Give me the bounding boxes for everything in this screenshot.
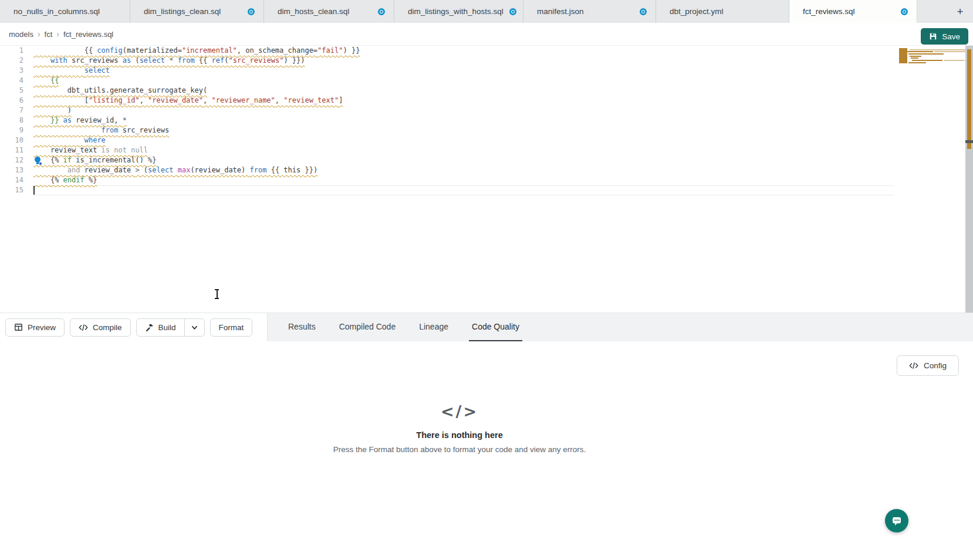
breadcrumb-separator: › [56, 29, 59, 39]
code-content[interactable]: {{ config(materialized="incremental", on… [33, 46, 360, 195]
code-line[interactable]: ) [33, 106, 360, 116]
code-line[interactable]: from src_reviews [33, 125, 360, 135]
empty-state-subtitle: Press the Format button above to format … [333, 445, 586, 454]
new-tab-button[interactable]: + [947, 0, 973, 23]
breadcrumb-item[interactable]: models [9, 30, 33, 39]
modified-indicator-icon [509, 8, 516, 15]
line-number: 12 [0, 155, 23, 165]
line-number: 13 [0, 165, 23, 175]
code-line[interactable]: with src_reviews as (select * from {{ re… [33, 56, 360, 66]
code-line[interactable]: {{ config(materialized="incremental", on… [33, 46, 360, 56]
minimap[interactable] [894, 48, 965, 66]
code-line[interactable]: {% endif %} [33, 175, 360, 185]
code-brackets-icon [909, 362, 918, 369]
line-number: 14 [0, 175, 23, 185]
line-number: 2 [0, 56, 23, 66]
code-line[interactable]: review_text is not null [33, 145, 360, 155]
empty-state-title: There is nothing here [416, 430, 502, 440]
format-button[interactable]: Format [210, 318, 253, 337]
build-split-button: Build [136, 318, 205, 337]
editor-action-toolbar: Preview Compile Build [0, 313, 267, 341]
code-line[interactable] [33, 185, 360, 195]
mouse-ibeam-cursor [214, 289, 219, 299]
file-tab-label: dim_listings_clean.sql [144, 7, 221, 16]
file-tab-label: dim_hosts_clean.sql [278, 7, 349, 16]
breadcrumb-item[interactable]: fct [45, 30, 53, 39]
save-label: Save [942, 32, 960, 41]
overview-ruler-cursor [965, 140, 973, 143]
file-tab[interactable]: dim_hosts_clean.sql [264, 0, 394, 23]
file-tab[interactable]: fct_reviews.sql [789, 0, 917, 23]
code-line[interactable]: ["listing_id", "review_date", "reviewer_… [33, 96, 360, 106]
line-number: 15 [0, 185, 23, 195]
line-number: 10 [0, 135, 23, 145]
code-line[interactable]: select [33, 66, 360, 76]
format-label: Format [219, 323, 244, 332]
code-editor[interactable]: 123456789101112131415 {{ config(material… [0, 46, 973, 313]
breadcrumb: models›fct›fct_reviews.sql [9, 29, 113, 39]
file-tab-label: fct_reviews.sql [803, 7, 855, 16]
file-tab-bar: no_nulls_in_columns.sqldim_listings_clea… [0, 0, 973, 23]
bottom-panel: Preview Compile Build [0, 313, 973, 560]
panel-tab-results[interactable]: Results [285, 313, 319, 341]
code-line[interactable]: and review_date > (select max(review_dat… [33, 165, 360, 175]
preview-button[interactable]: Preview [5, 318, 65, 337]
line-number-gutter: 123456789101112131415 [0, 46, 23, 195]
line-number: 3 [0, 66, 23, 76]
config-label: Config [924, 361, 947, 370]
empty-state: </> There is nothing here Press the Form… [254, 402, 665, 454]
line-number: 9 [0, 125, 23, 135]
file-tab[interactable]: dbt_project.yml [656, 0, 789, 23]
code-line[interactable]: }} as review_id, * [33, 116, 360, 125]
line-number: 5 [0, 86, 23, 96]
file-tab[interactable]: dim_listings_clean.sql [130, 0, 264, 23]
file-tab-label: dim_listings_with_hosts.sql [408, 7, 504, 16]
preview-label: Preview [28, 323, 56, 332]
line-number: 11 [0, 145, 23, 155]
file-tab[interactable]: dim_listings_with_hosts.sql [394, 0, 523, 23]
text-caret [33, 186, 35, 195]
build-label: Build [158, 323, 176, 332]
code-brackets-icon [79, 324, 88, 331]
line-number: 6 [0, 96, 23, 106]
panel-tab-lineage[interactable]: Lineage [416, 313, 451, 341]
file-tab-label: dbt_project.yml [670, 7, 724, 16]
modified-indicator-icon [901, 8, 908, 15]
file-tab-label: no_nulls_in_columns.sql [13, 7, 100, 16]
code-line[interactable]: {% if is_incremental() %} [33, 155, 360, 165]
compile-button[interactable]: Compile [70, 318, 131, 337]
hammer-icon [145, 323, 154, 332]
overview-ruler-warnings [967, 49, 971, 149]
table-grid-icon [14, 323, 23, 331]
code-line[interactable]: {{ [33, 76, 360, 86]
lightbulb-autofix-icon[interactable] [34, 157, 42, 165]
breadcrumb-row: models›fct›fct_reviews.sql Save [0, 23, 973, 46]
code-brackets-large-icon: </> [441, 402, 478, 420]
code-line[interactable]: where [33, 135, 360, 145]
build-options-dropdown[interactable] [184, 319, 204, 336]
breadcrumb-separator: › [38, 29, 40, 39]
breadcrumb-item[interactable]: fct_reviews.sql [63, 30, 113, 39]
build-button[interactable]: Build [137, 319, 184, 336]
panel-tab-compiled-code[interactable]: Compiled Code [336, 313, 399, 341]
file-tab-label: manifest.json [537, 7, 584, 16]
chat-widget-button[interactable] [885, 509, 908, 532]
modified-indicator-icon [640, 8, 647, 15]
panel-tab-code-quality[interactable]: Code Quality [469, 313, 522, 341]
compile-label: Compile [93, 323, 122, 332]
chat-bubble-icon [891, 515, 903, 527]
file-tab[interactable]: manifest.json [523, 0, 656, 23]
line-number: 8 [0, 116, 23, 125]
file-tab[interactable]: no_nulls_in_columns.sql [0, 0, 130, 23]
code-line[interactable]: dbt_utils.generate_surrogate_key( [33, 86, 360, 96]
save-icon [929, 32, 937, 40]
line-number: 7 [0, 106, 23, 116]
panel-tab-bar: ResultsCompiled CodeLineageCode Quality [267, 313, 973, 341]
config-button[interactable]: Config [897, 355, 959, 376]
modified-indicator-icon [248, 8, 255, 15]
line-number: 1 [0, 46, 23, 56]
save-button[interactable]: Save [921, 28, 968, 45]
line-number: 4 [0, 76, 23, 86]
modified-indicator-icon [378, 8, 385, 15]
chevron-down-icon [191, 324, 198, 331]
